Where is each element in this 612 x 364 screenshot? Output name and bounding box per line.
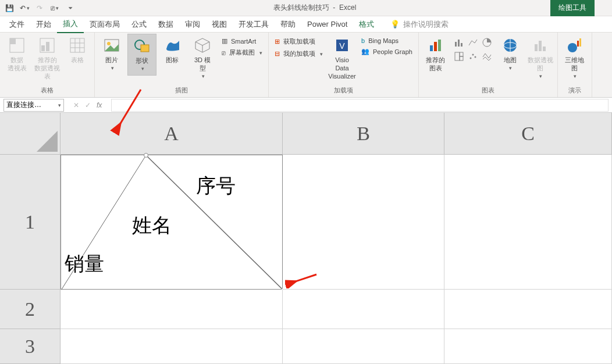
- smartart-button[interactable]: ▥SmartArt: [219, 36, 265, 46]
- annotation-arrow-icon: [285, 271, 320, 288]
- svg-rect-20: [438, 40, 441, 51]
- undo-button[interactable]: ↶▾: [17, 2, 31, 15]
- bing-maps-button[interactable]: bBing Maps: [359, 36, 415, 45]
- table-button[interactable]: 表格: [63, 34, 92, 66]
- formula-bar[interactable]: [111, 99, 609, 112]
- tab-format[interactable]: 格式: [353, 16, 380, 33]
- tell-me-search[interactable]: 💡 操作说明搜索: [390, 19, 449, 30]
- qat-customize[interactable]: ⏷: [63, 2, 77, 15]
- cell-a1-label-2: 姓名: [132, 212, 172, 239]
- shapes-icon: [133, 37, 151, 55]
- svg-point-30: [474, 56, 476, 58]
- column-chart-icon[interactable]: [453, 36, 465, 49]
- spreadsheet-grid: A B C 1 2 3 序号 姓名 销量: [0, 113, 612, 364]
- cell-c1[interactable]: [444, 155, 612, 290]
- people-graph-icon: 👥: [361, 48, 369, 55]
- 3d-model-button[interactable]: 3D 模 型▾: [188, 34, 217, 83]
- surface-chart-icon[interactable]: [481, 50, 493, 63]
- pivot-table-button[interactable]: 数据 透视表: [2, 34, 31, 74]
- cube-icon: [193, 36, 212, 55]
- svg-line-43: [289, 274, 316, 284]
- tab-developer[interactable]: 开发工具: [233, 16, 275, 33]
- line-handle[interactable]: [144, 153, 148, 158]
- row-header-1[interactable]: 1: [0, 155, 61, 290]
- group-label-charts: 图表: [421, 85, 555, 97]
- scatter-chart-icon[interactable]: [467, 50, 479, 63]
- col-header-a[interactable]: A: [61, 113, 283, 155]
- row-header-2[interactable]: 2: [0, 290, 61, 329]
- tab-page-layout[interactable]: 页面布局: [84, 16, 126, 33]
- treemap-chart-icon[interactable]: [453, 50, 465, 63]
- line-chart-icon[interactable]: [467, 36, 479, 49]
- undo-icon: ↶: [20, 4, 26, 12]
- svg-rect-38: [577, 41, 579, 47]
- enter-formula-icon[interactable]: ✓: [85, 101, 91, 109]
- tab-formulas[interactable]: 公式: [126, 16, 152, 33]
- smartart-icon: ▥: [222, 37, 227, 45]
- cell-b3[interactable]: [283, 329, 444, 364]
- people-graph-button[interactable]: 👥People Graph: [359, 47, 415, 56]
- visio-visualizer-button[interactable]: V Visio Data Visualizer: [328, 34, 357, 83]
- shapes-button[interactable]: 形状▾: [127, 34, 156, 76]
- svg-rect-26: [460, 52, 463, 56]
- pictures-button[interactable]: 图片▾: [97, 34, 126, 74]
- icons-button[interactable]: 图标: [158, 34, 187, 66]
- recommended-charts-button[interactable]: 推荐的 图表: [421, 34, 450, 74]
- cell-a1[interactable]: 序号 姓名 销量: [61, 155, 283, 290]
- pictures-icon: [102, 36, 121, 55]
- svg-line-42: [116, 90, 141, 130]
- row-header-3[interactable]: 3: [0, 329, 61, 364]
- get-addins-button[interactable]: ⊞获取加载项: [272, 36, 325, 47]
- select-all-corner[interactable]: [0, 113, 61, 155]
- col-header-c[interactable]: C: [444, 113, 612, 155]
- touch-icon: ⎚: [51, 4, 55, 12]
- tab-view[interactable]: 视图: [206, 16, 233, 33]
- group-label-tables: 表格: [2, 85, 92, 97]
- cell-a2[interactable]: [61, 290, 283, 329]
- cell-a1-label-1: 序号: [196, 173, 236, 199]
- pie-chart-icon[interactable]: [481, 36, 493, 49]
- screenshot-button[interactable]: ⎚屏幕截图▾: [219, 47, 265, 58]
- chevron-down-icon: ▾: [58, 102, 61, 108]
- col-header-b[interactable]: B: [283, 113, 444, 155]
- map-icon: [501, 36, 520, 55]
- cell-b1[interactable]: [283, 155, 444, 290]
- my-addins-button[interactable]: ⊟我的加载项▾: [272, 48, 325, 59]
- svg-rect-23: [461, 43, 462, 47]
- tab-home[interactable]: 开始: [30, 16, 57, 33]
- tab-file[interactable]: 文件: [3, 16, 30, 33]
- svg-point-28: [469, 58, 471, 59]
- tab-help[interactable]: 帮助: [275, 16, 301, 33]
- pivot-chart-button[interactable]: 数据透视图▾: [526, 34, 555, 83]
- store-icon: ⊞: [275, 38, 280, 45]
- chevron-down-icon: ▾: [141, 65, 144, 73]
- chevron-down-icon: ▾: [574, 72, 577, 80]
- svg-rect-3: [41, 45, 45, 51]
- tab-review[interactable]: 审阅: [179, 16, 206, 33]
- tab-powerpivot[interactable]: Power Pivot: [301, 17, 353, 31]
- svg-rect-22: [458, 40, 460, 47]
- tab-insert[interactable]: 插入: [57, 16, 84, 33]
- chevron-down-icon: ▾: [111, 64, 114, 72]
- visio-icon: V: [333, 36, 351, 55]
- fx-icon[interactable]: fx: [97, 101, 102, 109]
- map-chart-button[interactable]: 地图▾: [496, 34, 525, 74]
- svg-point-37: [568, 43, 577, 52]
- svg-text:V: V: [339, 41, 345, 51]
- touch-mode-button[interactable]: ⎚▾: [48, 2, 62, 15]
- recommended-pivot-button[interactable]: 推荐的 数据透视表: [33, 34, 62, 83]
- tab-data[interactable]: 数据: [152, 16, 179, 33]
- save-button[interactable]: 💾: [2, 2, 16, 15]
- cell-c2[interactable]: [444, 290, 612, 329]
- 3d-map-button[interactable]: 三维地 图▾: [560, 34, 589, 83]
- redo-button[interactable]: ↷: [33, 2, 47, 15]
- cell-c3[interactable]: [444, 329, 612, 364]
- name-box[interactable]: 直接连接… ▾: [3, 99, 64, 112]
- cell-b2[interactable]: [283, 290, 444, 329]
- chevron-down-icon: ▾: [27, 5, 30, 11]
- cell-a3[interactable]: [61, 329, 283, 364]
- chevron-down-icon: ▾: [320, 51, 323, 57]
- globe-bars-icon: [565, 36, 584, 55]
- svg-rect-39: [579, 38, 581, 47]
- cancel-formula-icon[interactable]: ✕: [73, 101, 79, 109]
